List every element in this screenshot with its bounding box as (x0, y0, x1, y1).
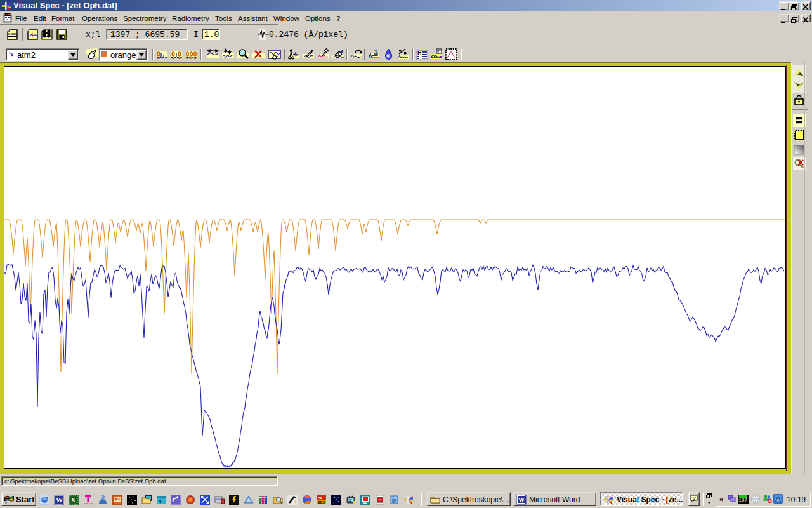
svg-text:W: W (56, 496, 63, 504)
svg-text:W: W (518, 497, 525, 504)
svg-text:?: ? (693, 495, 696, 501)
svg-text:MS: MS (318, 496, 323, 500)
svg-text:32: 32 (348, 498, 352, 502)
svg-text:DOS: DOS (318, 500, 325, 505)
svg-text:4: 4 (159, 498, 162, 504)
svg-text:X: X (71, 496, 76, 504)
svg-text:H: H (417, 50, 422, 56)
